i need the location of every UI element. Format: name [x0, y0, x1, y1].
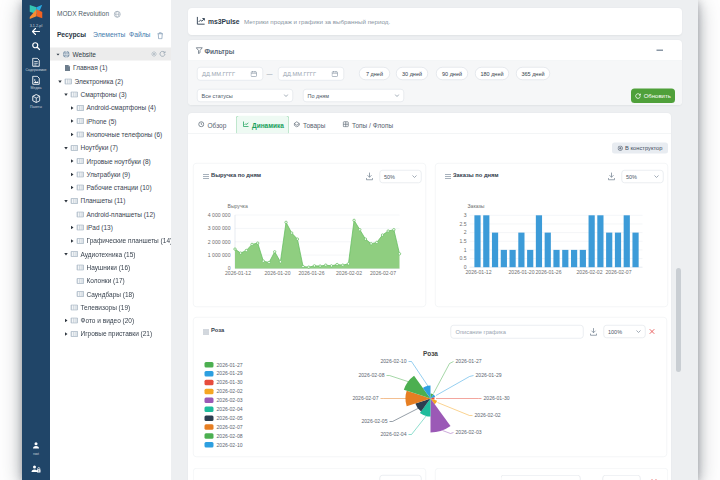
svg-text:2 000 000: 2 000 000 — [208, 239, 231, 245]
svg-text:2026-01-20: 2026-01-20 — [508, 269, 534, 275]
svg-text:2026-01-27: 2026-01-27 — [217, 362, 243, 368]
svg-text:2026-01-26: 2026-01-26 — [298, 270, 324, 276]
svg-text:2026-02-07: 2026-02-07 — [217, 424, 243, 430]
svg-text:4 000 000: 4 000 000 — [208, 212, 231, 218]
svg-text:2026-02-04: 2026-02-04 — [380, 431, 406, 437]
svg-text:2026-02-10: 2026-02-10 — [217, 442, 243, 448]
svg-text:2: 2 — [464, 229, 467, 235]
svg-text:2026-02-02: 2026-02-02 — [576, 269, 602, 275]
svg-text:2026-01-30: 2026-01-30 — [484, 395, 510, 401]
svg-text:2.5: 2.5 — [459, 221, 466, 227]
svg-text:2026-02-02: 2026-02-02 — [217, 388, 243, 394]
svg-text:2026-01-12: 2026-01-12 — [225, 270, 251, 276]
svg-text:Выручка: Выручка — [228, 203, 248, 209]
svg-text:0.5: 0.5 — [459, 255, 466, 261]
svg-text:2026-02-07: 2026-02-07 — [352, 395, 378, 401]
svg-text:1 000 000: 1 000 000 — [208, 252, 231, 258]
svg-text:2026-02-05: 2026-02-05 — [217, 415, 243, 421]
svg-text:2026-02-08: 2026-02-08 — [358, 372, 384, 378]
svg-text:2026-01-29: 2026-01-29 — [476, 372, 502, 378]
svg-text:2026-02-05: 2026-02-05 — [361, 418, 387, 424]
svg-text:Заказы: Заказы — [468, 203, 485, 209]
svg-text:2026-02-03: 2026-02-03 — [456, 429, 482, 435]
svg-text:2026-02-08: 2026-02-08 — [217, 433, 243, 439]
svg-text:2026-02-04: 2026-02-04 — [217, 406, 243, 412]
svg-text:2026-01-26: 2026-01-26 — [535, 269, 561, 275]
svg-text:2026-02-07: 2026-02-07 — [605, 269, 631, 275]
svg-text:3 000 000: 3 000 000 — [208, 225, 231, 231]
svg-text:1.5: 1.5 — [459, 238, 466, 244]
svg-text:2026-01-29: 2026-01-29 — [217, 370, 243, 376]
svg-text:3: 3 — [464, 212, 467, 218]
svg-text:2026-02-02: 2026-02-02 — [336, 270, 362, 276]
svg-text:2026-02-07: 2026-02-07 — [370, 270, 396, 276]
svg-text:2026-01-12: 2026-01-12 — [465, 269, 491, 275]
svg-text:2026-01-27: 2026-01-27 — [456, 358, 482, 364]
svg-text:2026-02-02: 2026-02-02 — [475, 412, 501, 418]
svg-text:1: 1 — [464, 247, 467, 253]
svg-text:Роза: Роза — [423, 350, 438, 357]
svg-text:2026-02-03: 2026-02-03 — [217, 397, 243, 403]
svg-text:2026-02-10: 2026-02-10 — [380, 358, 406, 364]
svg-text:2026-01-30: 2026-01-30 — [217, 379, 243, 385]
svg-text:2026-01-20: 2026-01-20 — [264, 270, 290, 276]
